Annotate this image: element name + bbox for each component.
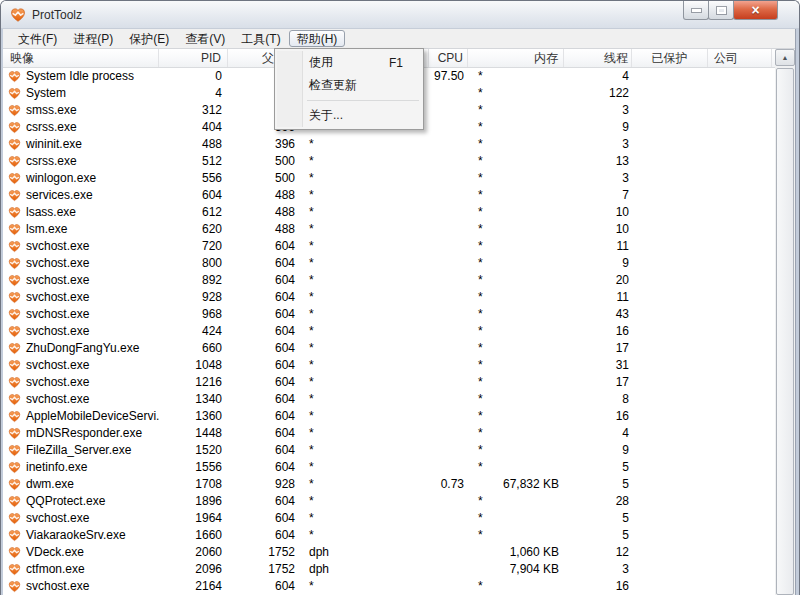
table-row[interactable]: svchost.exe 892 604 * * 20 bbox=[3, 272, 775, 289]
cell-pid: 928 bbox=[159, 289, 228, 306]
vertical-scrollbar[interactable]: ▲ bbox=[775, 49, 795, 595]
table-row[interactable]: inetinfo.exe 1556 604 * * 5 bbox=[3, 459, 775, 476]
table-row[interactable]: mDNSResponder.exe 1448 604 * * 4 bbox=[3, 425, 775, 442]
cell-protected bbox=[632, 561, 708, 578]
cell-threads: 9 bbox=[564, 442, 632, 459]
table-row[interactable]: services.exe 604 488 * * 7 bbox=[3, 187, 775, 204]
cell-cpu bbox=[429, 119, 468, 136]
menu-process[interactable]: 进程(P) bbox=[65, 30, 121, 47]
column-header-memory[interactable]: 内存 bbox=[468, 49, 564, 67]
menu-tools[interactable]: 工具(T) bbox=[233, 30, 288, 47]
cell-pid: 1660 bbox=[159, 527, 228, 544]
column-header-threads[interactable]: 线程 bbox=[564, 49, 632, 67]
cell-cpu bbox=[429, 272, 468, 289]
table-row[interactable]: winlogon.exe 556 500 * * 3 bbox=[3, 170, 775, 187]
cell-pid: 404 bbox=[159, 119, 228, 136]
cell-image: AppleMobileDeviceServi... bbox=[3, 408, 159, 425]
cell-image: svchost.exe bbox=[3, 238, 159, 255]
window-border-left bbox=[1, 29, 3, 595]
cell-user: * bbox=[301, 391, 429, 408]
column-header-cpu[interactable]: CPU bbox=[429, 49, 468, 67]
cell-ppid: 604 bbox=[228, 493, 301, 510]
column-header-pid[interactable]: PID bbox=[159, 49, 228, 67]
cell-ppid: 604 bbox=[228, 391, 301, 408]
cell-pid: 660 bbox=[159, 340, 228, 357]
table-row[interactable]: lsm.exe 620 488 * * 10 bbox=[3, 221, 775, 238]
table-row[interactable]: svchost.exe 2164 604 * * 16 bbox=[3, 578, 775, 595]
table-row[interactable]: svchost.exe 1340 604 * * 8 bbox=[3, 391, 775, 408]
table-row[interactable]: ViakaraokeSrv.exe 1660 604 * * 5 bbox=[3, 527, 775, 544]
cell-threads: 9 bbox=[564, 119, 632, 136]
table-row[interactable]: FileZilla_Server.exe 1520 604 * * 9 bbox=[3, 442, 775, 459]
cell-threads: 10 bbox=[564, 204, 632, 221]
cell-protected bbox=[632, 187, 708, 204]
cell-pid: 1964 bbox=[159, 510, 228, 527]
table-row[interactable]: csrss.exe 512 500 * * 13 bbox=[3, 153, 775, 170]
scrollbar-thumb[interactable] bbox=[776, 68, 794, 595]
table-row[interactable]: AppleMobileDeviceServi... 1360 604 * * 1… bbox=[3, 408, 775, 425]
cell-pid: 2096 bbox=[159, 561, 228, 578]
process-icon bbox=[8, 104, 21, 117]
cell-pid: 1048 bbox=[159, 357, 228, 374]
table-row[interactable]: svchost.exe 1964 604 * * 5 bbox=[3, 510, 775, 527]
cell-cpu bbox=[429, 238, 468, 255]
close-button[interactable]: × bbox=[733, 1, 778, 20]
table-row[interactable]: svchost.exe 968 604 * * 43 bbox=[3, 306, 775, 323]
table-row[interactable]: lsass.exe 612 488 * * 10 bbox=[3, 204, 775, 221]
menu-view[interactable]: 查看(V) bbox=[177, 30, 233, 47]
cell-image: csrss.exe bbox=[3, 119, 159, 136]
cell-memory: * bbox=[468, 391, 564, 408]
cell-company bbox=[708, 459, 772, 476]
cell-cpu bbox=[429, 357, 468, 374]
process-name: svchost.exe bbox=[26, 323, 89, 340]
cell-company bbox=[708, 408, 772, 425]
column-header-protected[interactable]: 已保护 bbox=[632, 49, 708, 67]
maximize-button[interactable] bbox=[708, 1, 734, 20]
cell-company bbox=[708, 544, 772, 561]
minimize-button[interactable] bbox=[683, 1, 709, 20]
cell-protected bbox=[632, 289, 708, 306]
menu-item-check-update-label: 检查更新 bbox=[309, 77, 357, 94]
cell-protected bbox=[632, 306, 708, 323]
cell-ppid: 1752 bbox=[228, 544, 301, 561]
menu-help[interactable]: 帮助(H) bbox=[289, 30, 346, 47]
cell-protected bbox=[632, 272, 708, 289]
cell-pid: 0 bbox=[159, 68, 228, 85]
table-row[interactable]: QQProtect.exe 1896 604 * * 28 bbox=[3, 493, 775, 510]
cell-memory: * bbox=[468, 136, 564, 153]
table-row[interactable]: svchost.exe 424 604 * * 16 bbox=[3, 323, 775, 340]
cell-cpu bbox=[429, 527, 468, 544]
cell-user: * bbox=[301, 272, 429, 289]
cell-protected bbox=[632, 578, 708, 595]
menu-file[interactable]: 文件(F) bbox=[10, 30, 65, 47]
cell-ppid: 604 bbox=[228, 527, 301, 544]
menu-item-about[interactable]: 关于... bbox=[277, 104, 421, 127]
table-row[interactable]: svchost.exe 1216 604 * * 17 bbox=[3, 374, 775, 391]
process-name: svchost.exe bbox=[26, 510, 89, 527]
table-row[interactable]: svchost.exe 928 604 * * 11 bbox=[3, 289, 775, 306]
column-header-company[interactable]: 公司 bbox=[708, 49, 772, 67]
cell-cpu bbox=[429, 255, 468, 272]
table-row[interactable]: ctfmon.exe 2096 1752 dph 7,904 KB 3 bbox=[3, 561, 775, 578]
table-row[interactable]: svchost.exe 720 604 * * 11 bbox=[3, 238, 775, 255]
cell-pid: 1520 bbox=[159, 442, 228, 459]
column-header-image[interactable]: 映像 bbox=[3, 49, 159, 67]
menu-item-check-update[interactable]: 检查更新 bbox=[277, 74, 421, 97]
scroll-up-button[interactable]: ▲ bbox=[775, 49, 795, 66]
cell-protected bbox=[632, 374, 708, 391]
cell-pid: 1340 bbox=[159, 391, 228, 408]
menu-protect[interactable]: 保护(E) bbox=[121, 30, 177, 47]
menu-item-usage[interactable]: 使用 F1 bbox=[277, 51, 421, 74]
table-row[interactable]: wininit.exe 488 396 * * 3 bbox=[3, 136, 775, 153]
cell-protected bbox=[632, 527, 708, 544]
table-row[interactable]: svchost.exe 800 604 * * 9 bbox=[3, 255, 775, 272]
table-row[interactable]: ZhuDongFangYu.exe 660 604 * * 17 bbox=[3, 340, 775, 357]
table-row[interactable]: VDeck.exe 2060 1752 dph 1,060 KB 12 bbox=[3, 544, 775, 561]
cell-company bbox=[708, 442, 772, 459]
cell-pid: 512 bbox=[159, 153, 228, 170]
cell-image: System Idle process bbox=[3, 68, 159, 85]
table-row[interactable]: dwm.exe 1708 928 * 0.73 67,832 KB 5 bbox=[3, 476, 775, 493]
process-name: smss.exe bbox=[26, 102, 77, 119]
table-row[interactable]: svchost.exe 1048 604 * * 31 bbox=[3, 357, 775, 374]
cell-company bbox=[708, 527, 772, 544]
